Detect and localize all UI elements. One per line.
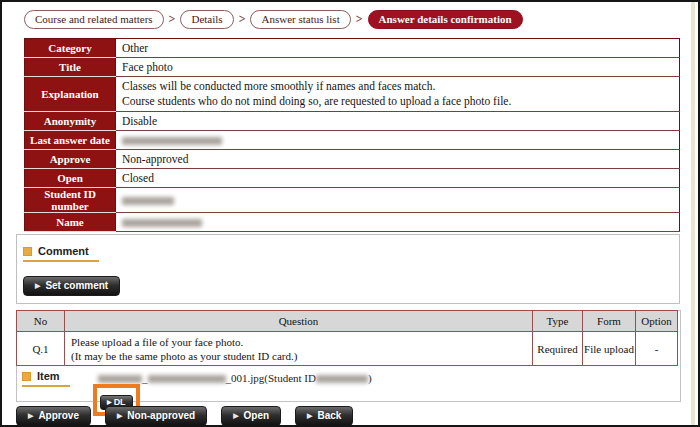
- back-button[interactable]: ▶Back: [295, 406, 353, 426]
- table-row: Student ID number: [25, 188, 680, 213]
- table-row: Name: [25, 213, 680, 232]
- question-text-line: (It may be the same photo as your studen…: [71, 349, 526, 363]
- answer-details-confirmation-page: Course and related matters > Details > A…: [0, 0, 700, 427]
- column-header-question: Question: [65, 311, 533, 332]
- table-row: Anonymity Disable: [25, 112, 680, 131]
- dl-button-label: DL: [114, 397, 126, 407]
- table-row: Explanation Classes will be conducted mo…: [25, 77, 680, 112]
- play-icon: ▶: [233, 412, 238, 420]
- comment-heading: Comment: [23, 245, 99, 262]
- file-name-separator: _: [142, 372, 148, 384]
- question-option: -: [636, 332, 678, 366]
- breadcrumb-item-answer-status-list[interactable]: Answer status list: [250, 10, 350, 29]
- redacted-file-part: [98, 375, 142, 383]
- redacted-value: [122, 197, 174, 205]
- detail-value-student-id-number: [116, 188, 680, 213]
- bullet-square-icon: [23, 247, 32, 256]
- question-table-header-row: No Question Type Form Option: [17, 311, 678, 332]
- question-text-line: Please upload a file of your face photo.: [71, 335, 526, 349]
- detail-value-last-answer-date: [116, 131, 680, 150]
- open-button-label: Open: [244, 410, 270, 421]
- detail-label-approve: Approve: [25, 150, 116, 169]
- detail-value-title: Face photo: [116, 58, 680, 77]
- page-edge-stripe: [691, 2, 695, 425]
- action-button-bar: ▶Approve ▶Non-approved ▶Open ▶Back: [16, 406, 353, 426]
- redacted-value: [122, 137, 222, 145]
- redacted-value: [122, 219, 202, 227]
- detail-value-explanation: Classes will be conducted more smoothly …: [116, 77, 680, 112]
- back-button-label: Back: [317, 410, 341, 421]
- breadcrumb: Course and related matters > Details > A…: [24, 10, 523, 29]
- breadcrumb-separator: >: [169, 12, 176, 27]
- open-button[interactable]: ▶Open: [221, 406, 281, 426]
- file-name-visible-suffix: _001.jpg(Student ID: [226, 372, 316, 384]
- redacted-file-part: [148, 375, 226, 383]
- explanation-line: Classes will be conducted more smoothly …: [122, 79, 673, 94]
- bullet-square-icon: [22, 372, 31, 381]
- play-icon: ▶: [107, 398, 112, 405]
- explanation-line: Course students who do not mind doing so…: [122, 94, 673, 109]
- breadcrumb-item-answer-details-confirmation: Answer details confirmation: [368, 10, 523, 29]
- question-table: No Question Type Form Option Q.1 Please …: [16, 310, 678, 366]
- table-row: Last answer date: [25, 131, 680, 150]
- set-comment-button[interactable]: ▶Set comment: [23, 276, 120, 296]
- breadcrumb-item-details[interactable]: Details: [180, 10, 233, 29]
- table-row: Category Other: [25, 39, 680, 58]
- play-icon: ▶: [28, 412, 33, 420]
- item-heading-label: Item: [37, 370, 60, 382]
- question-form: File upload: [583, 332, 636, 366]
- breadcrumb-separator: >: [239, 12, 246, 27]
- play-icon: ▶: [35, 282, 40, 290]
- detail-label-anonymity: Anonymity: [25, 112, 116, 131]
- comment-heading-label: Comment: [38, 245, 89, 257]
- column-header-option: Option: [636, 311, 678, 332]
- table-row: Open Closed: [25, 169, 680, 188]
- detail-value-category: Other: [116, 39, 680, 58]
- question-type: Required: [533, 332, 583, 366]
- breadcrumb-separator: >: [356, 12, 363, 27]
- redacted-file-part: [316, 375, 368, 383]
- item-heading: Item: [22, 370, 70, 387]
- detail-label-student-id-number: Student ID number: [25, 188, 116, 213]
- detail-value-name: [116, 213, 680, 232]
- approve-button[interactable]: ▶Approve: [16, 406, 91, 426]
- question-no: Q.1: [17, 332, 65, 366]
- column-header-form: Form: [583, 311, 636, 332]
- detail-label-title: Title: [25, 58, 116, 77]
- table-row: Title Face photo: [25, 58, 680, 77]
- non-approved-button[interactable]: ▶Non-approved: [105, 406, 207, 426]
- detail-label-explanation: Explanation: [25, 77, 116, 112]
- question-row: Q.1 Please upload a file of your face ph…: [17, 332, 678, 366]
- question-section: No Question Type Form Option Q.1 Please …: [16, 310, 681, 402]
- approve-button-label: Approve: [38, 410, 79, 421]
- table-row: Approve Non-approved: [25, 150, 680, 169]
- play-icon: ▶: [307, 412, 312, 420]
- set-comment-button-label: Set comment: [45, 280, 108, 291]
- play-icon: ▶: [117, 412, 122, 420]
- file-name-closing: ): [368, 372, 372, 384]
- file-name-text: __001.jpg(Student ID): [98, 372, 372, 384]
- detail-label-category: Category: [25, 39, 116, 58]
- column-header-type: Type: [533, 311, 583, 332]
- answer-details-table: Category Other Title Face photo Explanat…: [24, 38, 680, 232]
- non-approved-button-label: Non-approved: [127, 410, 195, 421]
- detail-label-last-answer-date: Last answer date: [25, 131, 116, 150]
- comment-section: Comment ▶Set comment: [16, 234, 680, 304]
- question-text: Please upload a file of your face photo.…: [65, 332, 533, 366]
- detail-label-name: Name: [25, 213, 116, 232]
- column-header-no: No: [17, 311, 65, 332]
- detail-value-approve: Non-approved: [116, 150, 680, 169]
- detail-value-anonymity: Disable: [116, 112, 680, 131]
- detail-value-open: Closed: [116, 169, 680, 188]
- detail-label-open: Open: [25, 169, 116, 188]
- breadcrumb-item-course-and-related-matters[interactable]: Course and related matters: [24, 10, 164, 29]
